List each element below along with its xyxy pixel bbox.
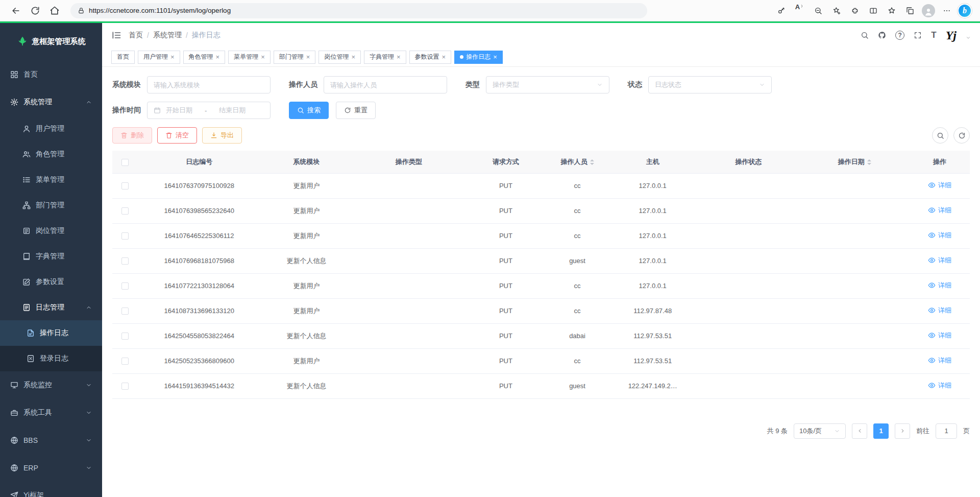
favorites-button[interactable] xyxy=(884,3,899,18)
back-button[interactable] xyxy=(8,3,23,18)
col-operator[interactable]: 操作人员 xyxy=(547,151,608,173)
sidebar-item-yi-framework[interactable]: Yi框架 xyxy=(0,482,102,497)
chevron-down-icon[interactable] xyxy=(966,35,971,40)
detail-link[interactable]: 详细 xyxy=(928,206,951,215)
password-key-button[interactable] xyxy=(774,3,789,18)
row-checkbox[interactable] xyxy=(121,257,129,265)
row-checkbox[interactable] xyxy=(121,207,129,215)
tab-close-icon[interactable]: × xyxy=(306,54,310,60)
sidebar-item-dict-mgmt[interactable]: 字典管理 xyxy=(0,244,102,269)
sidebar-item-home[interactable]: 首页 xyxy=(0,61,102,88)
refresh-table-button[interactable] xyxy=(953,127,970,144)
home-button[interactable] xyxy=(47,3,62,18)
sidebar-item-bbs[interactable]: BBS xyxy=(0,427,102,454)
tab-close-icon[interactable]: × xyxy=(261,54,265,60)
tab-dict-mgmt[interactable]: 字典管理× xyxy=(364,51,406,64)
detail-link[interactable]: 详细 xyxy=(928,381,951,390)
detail-link[interactable]: 详细 xyxy=(928,306,951,315)
search-icon[interactable] xyxy=(861,31,869,39)
text-size-icon[interactable]: T xyxy=(931,30,936,40)
sidebar-item-user-mgmt[interactable]: 用户管理 xyxy=(0,116,102,141)
bing-icon[interactable]: b xyxy=(958,4,972,18)
detail-link[interactable]: 详细 xyxy=(928,256,951,265)
sidebar-item-sys-monitor[interactable]: 系统监控 xyxy=(0,371,102,399)
sidebar-item-param-settings[interactable]: 参数设置 xyxy=(0,269,102,295)
page-number-button[interactable]: 1 xyxy=(873,423,889,439)
page-size-select[interactable]: 10条/页 xyxy=(794,423,846,439)
detail-link[interactable]: 详细 xyxy=(928,356,951,365)
collections-button[interactable] xyxy=(902,3,918,18)
detail-link[interactable]: 详细 xyxy=(928,281,951,290)
github-icon[interactable] xyxy=(878,31,886,39)
col-date[interactable]: 操作日期 xyxy=(800,151,910,173)
zoom-button[interactable] xyxy=(811,3,826,18)
tab-post-mgmt[interactable]: 岗位管理× xyxy=(318,51,361,64)
split-screen-button[interactable] xyxy=(866,3,881,18)
sidebar-item-dept-mgmt[interactable]: 部门管理 xyxy=(0,193,102,218)
next-page-button[interactable] xyxy=(895,423,910,439)
select-all-checkbox[interactable] xyxy=(121,159,129,166)
row-checkbox[interactable] xyxy=(121,282,129,290)
add-favorite-button[interactable] xyxy=(829,3,844,18)
sidebar-item-role-mgmt[interactable]: 角色管理 xyxy=(0,141,102,167)
tab-menu-mgmt[interactable]: 菜单管理× xyxy=(228,51,271,64)
address-bar[interactable]: https://ccnetcore.com:1101/system/log/op… xyxy=(70,3,647,18)
row-checkbox[interactable] xyxy=(121,358,129,365)
sidebar-item-sys-tools[interactable]: 系统工具 xyxy=(0,399,102,427)
refresh-button[interactable] xyxy=(28,3,43,18)
breadcrumb-item[interactable]: 首页 xyxy=(129,31,143,40)
search-button[interactable]: 搜索 xyxy=(289,102,329,119)
profile-button[interactable] xyxy=(921,3,936,18)
reset-button[interactable]: 重置 xyxy=(336,102,376,119)
show-search-button[interactable] xyxy=(932,127,948,144)
tab-close-icon[interactable]: × xyxy=(442,54,446,60)
sidebar-item-post-mgmt[interactable]: 岗位管理 xyxy=(0,218,102,244)
breadcrumb-item[interactable]: 系统管理 xyxy=(153,31,182,40)
sidebar-item-oper-log[interactable]: 操作日志 xyxy=(0,320,102,346)
help-icon[interactable]: ? xyxy=(895,31,904,40)
sidebar-item-log-mgmt[interactable]: 日志管理 xyxy=(0,295,102,320)
goto-page-input[interactable] xyxy=(936,423,957,439)
row-checkbox[interactable] xyxy=(121,307,129,315)
type-select[interactable]: 操作类型 xyxy=(486,76,609,93)
date-range-picker[interactable]: 开始日期 - 结束日期 xyxy=(147,102,271,119)
extensions-button[interactable] xyxy=(847,3,863,18)
status-select[interactable]: 日志状态 xyxy=(648,76,772,93)
fullscreen-icon[interactable] xyxy=(914,31,922,39)
prev-page-button[interactable] xyxy=(852,423,867,439)
tab-user-mgmt[interactable]: 用户管理× xyxy=(138,51,180,64)
tab-close-icon[interactable]: × xyxy=(170,54,175,60)
row-checkbox[interactable] xyxy=(121,383,129,390)
sidebar-item-login-log[interactable]: 登录日志 xyxy=(0,346,102,371)
row-checkbox[interactable] xyxy=(121,182,129,190)
tab-home[interactable]: 首页 xyxy=(111,51,135,64)
browser-menu-button[interactable] xyxy=(939,3,954,18)
collapse-sidebar-button[interactable] xyxy=(111,30,121,40)
user-logo-badge[interactable]: Yj xyxy=(946,29,957,41)
cell-operator: cc xyxy=(547,273,608,298)
tab-role-mgmt[interactable]: 角色管理× xyxy=(183,51,226,64)
sidebar-item-menu-mgmt[interactable]: 菜单管理 xyxy=(0,167,102,193)
module-input[interactable] xyxy=(147,76,271,93)
sort-icon[interactable] xyxy=(590,159,594,165)
detail-link[interactable]: 详细 xyxy=(928,181,951,190)
read-aloud-button[interactable]: A xyxy=(792,3,807,18)
tab-param-settings[interactable]: 参数设置× xyxy=(409,51,452,64)
sort-icon[interactable] xyxy=(867,159,871,165)
tab-oper-log[interactable]: 操作日志× xyxy=(454,51,503,64)
export-button[interactable]: 导出 xyxy=(202,127,242,144)
detail-link[interactable]: 详细 xyxy=(928,231,951,240)
clear-button[interactable]: 清空 xyxy=(157,127,197,144)
tab-close-icon[interactable]: × xyxy=(397,54,401,60)
sidebar-item-erp[interactable]: ERP xyxy=(0,454,102,482)
row-checkbox[interactable] xyxy=(121,333,129,340)
delete-button[interactable]: 删除 xyxy=(112,127,152,144)
tab-dept-mgmt[interactable]: 部门管理× xyxy=(274,51,316,64)
sidebar-item-system-mgmt[interactable]: 系统管理 xyxy=(0,88,102,116)
tab-close-icon[interactable]: × xyxy=(351,54,355,60)
operator-input[interactable] xyxy=(324,76,447,93)
row-checkbox[interactable] xyxy=(121,232,129,240)
detail-link[interactable]: 详细 xyxy=(928,331,951,340)
tab-close-icon[interactable]: × xyxy=(493,54,497,60)
tab-close-icon[interactable]: × xyxy=(216,54,220,60)
